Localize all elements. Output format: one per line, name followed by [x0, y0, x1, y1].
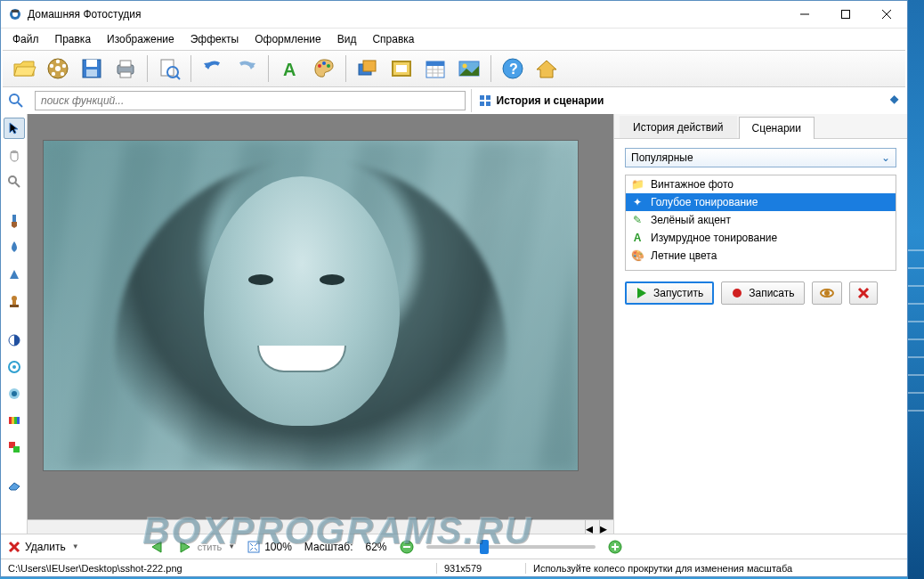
redo-button[interactable]	[231, 53, 263, 85]
list-item[interactable]: ✦Голубое тонирование	[626, 193, 896, 211]
run-button[interactable]: Запустить	[625, 281, 714, 305]
svg-point-41	[10, 94, 19, 103]
record-button[interactable]: Записать	[721, 281, 804, 305]
film-button[interactable]	[42, 53, 74, 85]
svg-rect-30	[396, 65, 407, 72]
delete-button[interactable]: Удалить▼	[8, 541, 79, 553]
collapse-icon[interactable]: ◆	[890, 93, 898, 105]
edit-scenario-button[interactable]	[812, 281, 842, 305]
menu-decoration[interactable]: Оформление	[247, 30, 328, 48]
svg-rect-60	[14, 417, 17, 424]
panel-title: История и сценарии	[497, 94, 604, 107]
main-toolbar: A ?	[3, 50, 905, 87]
contrast-tool[interactable]	[4, 330, 25, 351]
preview-button[interactable]	[153, 53, 185, 85]
svg-rect-49	[12, 215, 16, 222]
gradient-tool[interactable]	[4, 410, 25, 431]
svg-line-42	[18, 102, 22, 107]
prev-button[interactable]	[149, 540, 165, 554]
list-item[interactable]: 🎨Летние цвета	[626, 247, 896, 265]
search-row: История и сценарии ◆	[1, 87, 907, 114]
menu-effects[interactable]: Эффекты	[182, 30, 247, 48]
blur-tool[interactable]	[4, 383, 25, 404]
menu-image[interactable]: Изображение	[99, 30, 182, 48]
svg-point-55	[12, 365, 16, 369]
status-dimensions: 931x579	[437, 563, 526, 574]
menu-help[interactable]: Справка	[364, 30, 422, 48]
menu-file[interactable]: Файл	[4, 30, 47, 48]
save-button[interactable]	[76, 53, 108, 85]
svg-point-13	[50, 64, 53, 68]
fit-button[interactable]: 100%	[247, 541, 292, 553]
svg-rect-45	[480, 102, 484, 106]
svg-rect-18	[120, 61, 131, 67]
scale-label: Масштаб:	[304, 541, 353, 553]
help-button[interactable]: ?	[497, 53, 529, 85]
close-button[interactable]	[866, 1, 907, 29]
svg-rect-58	[9, 417, 12, 424]
svg-rect-43	[480, 95, 484, 100]
panel-tabs: История действий Сценарии	[614, 114, 907, 139]
print-button[interactable]	[109, 53, 142, 85]
scenario-category-dropdown[interactable]: Популярные ⌄	[625, 148, 896, 167]
canvas-area[interactable]	[28, 114, 613, 519]
tab-scenarios[interactable]: Сценарии	[739, 117, 815, 139]
home-button[interactable]	[531, 53, 563, 85]
list-item[interactable]: ✎Зелёный акцент	[626, 211, 896, 229]
undo-button[interactable]	[197, 53, 229, 85]
svg-point-57	[12, 391, 17, 396]
wand-icon: ✦	[631, 196, 644, 208]
svg-text:?: ?	[509, 61, 518, 77]
scenario-actions: Запустить Записать	[625, 281, 896, 305]
delete-scenario-button[interactable]	[849, 281, 878, 305]
titlebar: Домашняя Фотостудия	[1, 1, 907, 29]
list-item[interactable]: 📁Винтажное фото	[626, 175, 896, 193]
replace-color-tool[interactable]	[4, 436, 25, 458]
svg-point-66	[824, 290, 830, 296]
sharpen-tool[interactable]	[4, 356, 25, 378]
layers-button[interactable]	[352, 53, 384, 85]
drop-tool[interactable]	[4, 237, 25, 258]
frame-button[interactable]	[385, 53, 417, 85]
text-button[interactable]: A	[274, 53, 306, 85]
pointer-tool[interactable]	[4, 118, 25, 139]
left-toolbar	[1, 114, 28, 534]
tab-history[interactable]: История действий	[620, 116, 737, 138]
postcard-button[interactable]	[453, 53, 485, 85]
eraser-tool[interactable]	[4, 476, 25, 497]
zoom-slider[interactable]	[426, 545, 596, 549]
svg-point-10	[62, 64, 66, 68]
list-item[interactable]: AИзумрудное тонирование	[626, 229, 896, 247]
svg-rect-46	[486, 102, 490, 106]
svg-rect-32	[426, 61, 444, 66]
zoom-in-button[interactable]	[608, 540, 622, 554]
svg-rect-63	[13, 446, 20, 453]
scenario-list[interactable]: 📁Винтажное фото ✦Голубое тонирование ✎Зе…	[625, 175, 896, 271]
open-button[interactable]	[8, 53, 40, 85]
svg-rect-4	[842, 11, 850, 19]
brush-tool[interactable]	[4, 210, 25, 232]
window-title: Домашняя Фотостудия	[28, 8, 784, 20]
menu-edit[interactable]: Правка	[47, 30, 100, 48]
scale-value: 62%	[366, 541, 387, 553]
next-button[interactable]: стить▼	[177, 540, 235, 554]
menu-view[interactable]: Вид	[329, 30, 365, 48]
palette-button[interactable]	[308, 53, 340, 85]
svg-line-48	[15, 183, 20, 187]
zoom-out-button[interactable]	[400, 540, 414, 554]
image-canvas[interactable]	[44, 141, 578, 470]
svg-point-12	[52, 72, 55, 76]
stamp-tool[interactable]	[4, 290, 25, 312]
zoom-tool[interactable]	[4, 171, 25, 192]
triangle-tool[interactable]	[4, 264, 25, 285]
search-input[interactable]	[35, 91, 466, 110]
app-window: Домашняя Фотостудия Файл Правка Изображе…	[0, 0, 908, 577]
minimize-button[interactable]	[784, 1, 825, 29]
maximize-button[interactable]	[825, 1, 866, 29]
bottom-toolbar: Удалить▼ стить▼ 100% Масштаб: 62%	[1, 534, 907, 559]
calendar-button[interactable]	[419, 53, 451, 85]
svg-point-26	[327, 64, 330, 68]
palette-icon: 🎨	[631, 249, 644, 262]
hand-tool[interactable]	[4, 144, 25, 166]
grid-icon	[479, 94, 491, 107]
